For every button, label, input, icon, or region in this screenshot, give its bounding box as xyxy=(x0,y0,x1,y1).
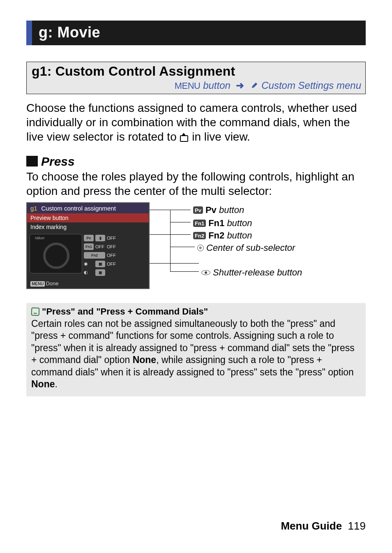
callout-shutter-text: Shutter-release button xyxy=(213,267,302,278)
subsection-title: g1: Custom Control Assignment xyxy=(27,62,365,80)
lcd-ic: Pv xyxy=(84,235,94,241)
menu-path: MENU button ➜ Custom Settings menu xyxy=(27,80,365,94)
movie-mode-icon xyxy=(180,133,189,142)
leader-line xyxy=(170,222,191,222)
press-body: To choose the roles played by the follow… xyxy=(26,169,366,198)
intro-text-b: in live view. xyxy=(189,130,250,143)
footer-page-number: 119 xyxy=(348,520,366,532)
note-box: "Press" and "Press + Command Dials" Cert… xyxy=(26,303,366,396)
page-footer: Menu Guide 119 xyxy=(281,520,366,532)
callout-shutter: Shutter-release button xyxy=(201,267,302,278)
subsection-box: g1: Custom Control Assignment MENU butto… xyxy=(26,62,366,94)
shutter-icon xyxy=(201,270,210,275)
lcd-body: Pv ▮ OFF Fn1 OFF OFF Fn2 OFF ◉ ▦ OFF ◐ ▣ xyxy=(27,231,149,279)
menu-name: Custom Settings menu xyxy=(261,80,361,91)
leader-line xyxy=(170,271,199,272)
callout-fn1-rest: button xyxy=(227,218,252,228)
lcd-footer: MENUDone xyxy=(27,279,149,288)
callout-bracket xyxy=(170,210,171,271)
lcd-ic: ▦ xyxy=(95,261,105,267)
callout-pv: Pv Pv button xyxy=(193,205,244,215)
lcd-footer-text: Done xyxy=(46,280,58,287)
section-banner: g: Movie xyxy=(26,21,366,45)
callout-fn2-rest: button xyxy=(227,230,252,241)
camera-silhouette-icon xyxy=(30,234,82,273)
lcd-ic: Fn1 xyxy=(84,243,94,250)
sub-selector-icon: ✲ xyxy=(197,245,204,251)
press-heading: Press xyxy=(26,155,366,169)
intro-paragraph: Choose the functions assigned to camera … xyxy=(26,101,366,144)
lcd-grid: Pv ▮ OFF Fn1 OFF OFF Fn2 OFF ◉ ▦ OFF ◐ ▣ xyxy=(84,234,146,276)
section-title: g: Movie xyxy=(39,24,100,41)
lcd-ic: ▣ xyxy=(95,269,105,276)
lcd-val: OFF xyxy=(107,253,146,258)
callout-panel: Pv Pv button Fn1 Fn1 button Fn2 Fn2 butt… xyxy=(150,202,355,285)
fn1-badge-icon: Fn1 xyxy=(193,220,206,227)
camera-lcd-screenshot: g1 Custom control assignment Preview but… xyxy=(26,202,150,289)
note-body-c: . xyxy=(55,379,58,389)
lcd-footer-badge: MENU xyxy=(30,281,45,287)
leader-line xyxy=(150,263,199,264)
lcd-val: OFF xyxy=(107,261,146,266)
callout-fn1-bold: Fn1 xyxy=(208,218,224,228)
lcd-val: OFF xyxy=(107,244,146,249)
leader-line xyxy=(150,210,191,210)
lcd-val: OFF xyxy=(95,244,105,249)
callout-pv-rest: button xyxy=(219,205,244,215)
callout-fn2-bold: Fn2 xyxy=(208,230,224,241)
screenshot-row: g1 Custom control assignment Preview but… xyxy=(26,202,366,289)
heading-marker-icon xyxy=(26,156,38,167)
lcd-selected-row: Preview button xyxy=(27,213,149,222)
lcd-header-prefix: g1 xyxy=(30,205,39,212)
lcd-subline: Index marking xyxy=(27,222,149,231)
callout-fn1: Fn1 Fn1 button xyxy=(193,218,252,229)
lcd-ic: ▮ xyxy=(95,235,105,241)
button-word: button xyxy=(203,80,231,91)
leader-line xyxy=(150,234,191,235)
callout-sub-text: Center of sub-selector xyxy=(206,243,295,253)
note-title-text: "Press" and "Press + Command Dials" xyxy=(42,306,208,317)
fn2-badge-icon: Fn2 xyxy=(193,232,206,239)
footer-label: Menu Guide xyxy=(281,520,342,532)
note-icon xyxy=(31,308,40,316)
pencil-icon xyxy=(251,82,258,89)
note-none-1: None xyxy=(133,354,157,365)
note-body: Certain roles can not be assigned simult… xyxy=(31,318,361,391)
note-title: "Press" and "Press + Command Dials" xyxy=(31,306,361,317)
callout-fn2: Fn2 Fn2 button xyxy=(193,230,252,241)
callout-sub-selector: ✲ Center of sub-selector xyxy=(197,243,295,253)
arrow-icon: ➜ xyxy=(236,80,244,91)
note-none-2: None xyxy=(31,379,55,389)
lcd-ic: Fn2 xyxy=(84,252,105,259)
press-heading-text: Press xyxy=(41,155,75,168)
menu-label: MENU xyxy=(175,81,201,91)
lcd-header-title: Custom control assignment xyxy=(41,205,116,212)
callout-pv-bold: Pv xyxy=(205,205,217,215)
lcd-titlebar: g1 Custom control assignment xyxy=(27,203,149,213)
lcd-val: OFF xyxy=(107,236,146,241)
lcd-ic: ◉ xyxy=(84,261,94,266)
pv-badge-icon: Pv xyxy=(193,206,203,214)
leader-line xyxy=(170,247,195,247)
lcd-ic: ◐ xyxy=(84,270,94,275)
